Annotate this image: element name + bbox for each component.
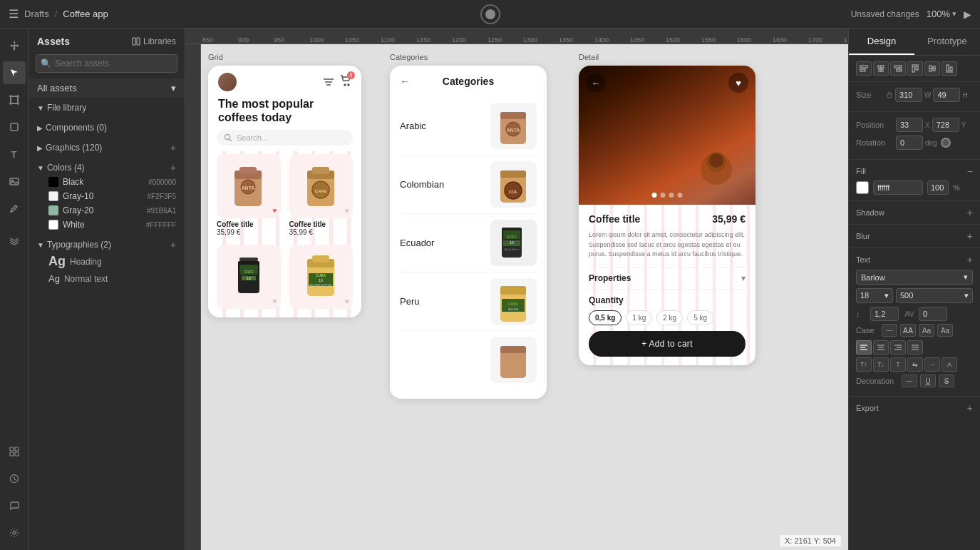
case-minus-button[interactable]: — <box>882 324 897 337</box>
heart-icon-4[interactable]: ♥ <box>344 297 349 305</box>
align-center-h-button[interactable] <box>873 61 889 76</box>
icon-bar-layers[interactable] <box>3 230 26 253</box>
color-item-black[interactable]: Black #000000 <box>37 175 176 189</box>
qty-btn-half[interactable]: 0,5 kg <box>589 310 621 325</box>
icon-bar-settings[interactable] <box>3 521 26 544</box>
product-card-1[interactable]: ANTA ♥ Coffee title 35,99 € <box>214 151 284 239</box>
zoom-control[interactable]: 100% ▾ <box>927 9 956 19</box>
typography-add-button[interactable]: + <box>170 239 176 250</box>
product-card-4[interactable]: CUBA 10 AGURA COFFEE ♥ <box>287 242 356 312</box>
category-item-ecuador[interactable]: Ecuador GOFF 10 Blac <box>400 214 537 273</box>
decoration-minus-button[interactable]: — <box>902 375 917 387</box>
icon-bar-components[interactable] <box>3 440 26 463</box>
heart-icon-3[interactable]: ♥ <box>272 297 277 305</box>
text-align-right-button[interactable] <box>890 340 906 355</box>
category-item-arabic[interactable]: Arabic ANTA <box>400 97 537 156</box>
text-align-left-button[interactable] <box>856 340 872 355</box>
font-size-select[interactable]: 18 ▾ <box>856 288 893 303</box>
design-tab[interactable]: Design <box>849 29 914 55</box>
play-button[interactable]: ▶ <box>964 9 971 20</box>
decoration-strikethrough-button[interactable]: S <box>939 375 954 387</box>
grid-frame[interactable]: 5 The most popular coffees today Search.… <box>208 66 361 317</box>
canvas-area[interactable]: 850 900 950 1000 1050 1100 1150 1200 125… <box>185 29 848 550</box>
text-add-button[interactable]: + <box>967 254 973 265</box>
align-left-button[interactable] <box>856 61 872 76</box>
fill-hex-input[interactable] <box>873 180 923 195</box>
product-card-3[interactable]: COFF Coffee Jar 10 ♥ <box>214 242 284 312</box>
components-toggle[interactable]: ▶ Components (0) <box>37 121 107 135</box>
icon-bar-shape[interactable] <box>3 116 26 138</box>
colors-add-button[interactable]: + <box>170 162 176 173</box>
shadow-add-button[interactable]: + <box>967 207 973 218</box>
detail-frame[interactable]: ← ♥ <box>579 66 755 365</box>
case-aa3-button[interactable]: Aa <box>937 324 953 337</box>
font-select[interactable]: Barlow ▾ <box>856 270 973 285</box>
text-ltr-button[interactable]: → <box>924 357 940 372</box>
blur-add-button[interactable]: + <box>967 230 973 242</box>
graphics-add-button[interactable]: + <box>170 142 176 153</box>
text-auto-button[interactable]: A <box>942 357 957 372</box>
typography-normal[interactable]: Ag Normal text <box>37 271 176 286</box>
icon-bar-text[interactable]: T <box>3 143 26 165</box>
search-assets-input[interactable] <box>36 54 177 73</box>
align-bottom-button[interactable] <box>942 61 957 76</box>
position-x-input[interactable] <box>896 118 923 132</box>
fill-opacity-input[interactable] <box>927 180 949 195</box>
graphics-toggle[interactable]: ▶ Graphics (120) <box>37 141 102 155</box>
all-assets-dropdown[interactable]: All assets ▾ <box>29 78 185 98</box>
align-top-button[interactable] <box>907 61 923 76</box>
category-item-extra[interactable] <box>400 331 537 389</box>
detail-heart-button[interactable]: ♥ <box>728 73 748 93</box>
add-to-cart-button[interactable]: + Add to cart <box>589 331 746 357</box>
icon-bar-move[interactable] <box>3 34 26 57</box>
fill-color-swatch[interactable] <box>856 181 869 194</box>
text-align-center-button[interactable] <box>873 340 889 355</box>
categories-frame[interactable]: ← Categories Arabic <box>390 66 547 399</box>
text-rtl-button[interactable]: ⇆ <box>907 357 923 372</box>
text-align-justify-button[interactable] <box>907 340 923 355</box>
heart-icon-2[interactable]: ♥ <box>344 206 349 215</box>
qty-btn-1kg[interactable]: 1 kg <box>626 310 652 325</box>
line-height-input[interactable] <box>870 307 899 321</box>
prototype-tab[interactable]: Prototype <box>914 29 980 55</box>
product-card-2[interactable]: CAFE ♥ Coffee title 35,99 € <box>287 151 356 239</box>
detail-back-button[interactable]: ← <box>586 73 606 93</box>
category-item-peru[interactable]: Peru CUBA AGURA <box>400 273 537 331</box>
case-aa2-button[interactable]: Aa <box>919 324 934 337</box>
grid-search[interactable]: Search... <box>217 130 353 146</box>
icon-bar-comments[interactable] <box>3 494 26 517</box>
letter-spacing-input[interactable] <box>919 307 947 321</box>
fill-minus-button[interactable]: − <box>967 165 973 177</box>
text-baseline-button[interactable]: T <box>890 357 906 372</box>
icon-bar-cursor[interactable] <box>3 61 26 84</box>
icon-bar-history[interactable] <box>3 467 26 490</box>
canvas-bg[interactable]: Grid 5 <box>201 44 848 550</box>
rotation-input[interactable] <box>896 136 923 150</box>
properties-row[interactable]: Properties ▾ <box>589 267 746 290</box>
align-right-button[interactable] <box>890 61 906 76</box>
menu-icon[interactable]: ☰ <box>9 7 19 21</box>
categories-back-icon[interactable]: ← <box>400 76 410 87</box>
file-library-toggle[interactable]: ▼ File library <box>37 101 176 115</box>
color-item-gray20[interactable]: Gray-20 #91B6A1 <box>37 203 176 218</box>
qty-btn-2kg[interactable]: 2 kg <box>656 310 683 325</box>
heart-icon-1[interactable]: ♥ <box>272 206 277 215</box>
qty-btn-5kg[interactable]: 5 kg <box>687 310 713 325</box>
rotation-wheel[interactable] <box>941 138 951 148</box>
align-middle-button[interactable] <box>924 61 940 76</box>
colors-toggle[interactable]: ▼ Colors (4) <box>37 161 85 175</box>
position-y-input[interactable] <box>932 118 959 132</box>
typography-heading[interactable]: Ag Heading <box>37 252 176 271</box>
icon-bar-pen[interactable] <box>3 197 26 220</box>
size-w-input[interactable] <box>895 88 922 102</box>
export-add-button[interactable]: + <box>967 402 973 414</box>
text-subscript-button[interactable]: T↓ <box>873 357 889 372</box>
color-item-gray10[interactable]: Gray-10 #F2F3F5 <box>37 189 176 203</box>
case-aa-button[interactable]: AA <box>900 324 916 337</box>
icon-bar-frame[interactable] <box>3 88 26 111</box>
font-weight-select[interactable]: 500 ▾ <box>896 288 973 303</box>
size-h-input[interactable] <box>933 88 960 102</box>
category-item-colombian[interactable]: Colombian COL <box>400 156 537 214</box>
typography-toggle[interactable]: ▼ Typographies (2) <box>37 238 111 252</box>
cart-icon-wrap[interactable]: 5 <box>340 75 351 89</box>
